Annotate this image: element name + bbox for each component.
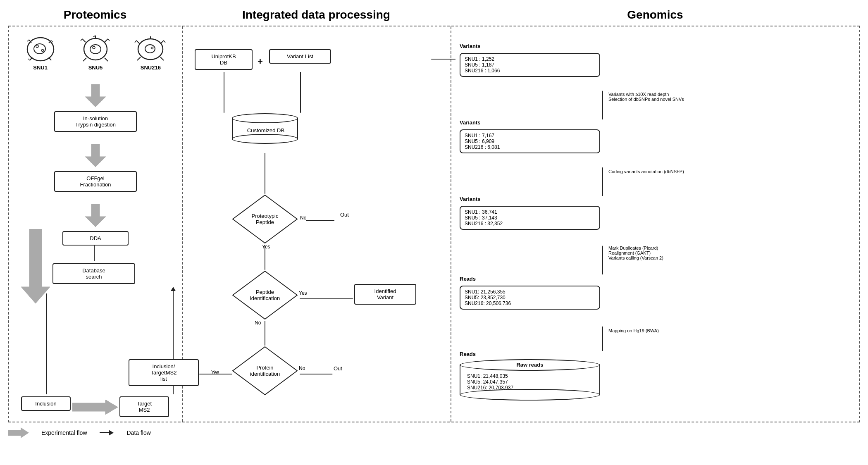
uniprotkb-box: UniprotKBDB xyxy=(195,49,253,70)
svg-marker-67 xyxy=(602,91,603,95)
svg-line-15 xyxy=(81,39,82,41)
thick-arrow-3-svg xyxy=(85,204,106,227)
svg-point-1 xyxy=(34,44,45,54)
genomics-section: Variants SNU1 : 1,252 SNU5 : 1,187 SNU21… xyxy=(451,26,859,422)
plus-sign: + xyxy=(258,56,263,67)
yes-label-1: Yes xyxy=(262,244,270,250)
svg-marker-33 xyxy=(85,144,106,167)
geno-box4-line1: SNU1: 21,256,355 xyxy=(465,289,595,295)
svg-marker-71 xyxy=(602,246,603,250)
up-arrow-3-svg xyxy=(602,246,603,274)
inclusion-to-target-arrow-svg xyxy=(72,400,118,415)
yes-arrow-1 xyxy=(265,246,265,272)
customdb-to-diamond1-arrow-svg xyxy=(265,153,265,194)
insolution-label: In-solutionTrypsin digestion xyxy=(75,115,116,128)
svg-marker-34 xyxy=(85,204,106,227)
svg-marker-36 xyxy=(94,257,95,261)
integrated-inner: UniprotKBDB + Variant List xyxy=(186,31,447,411)
integrated-title: Integrated data processing xyxy=(182,8,451,21)
svg-marker-73 xyxy=(602,326,603,331)
svg-line-26 xyxy=(135,41,136,43)
db-search-box: Databasesearch xyxy=(52,263,135,284)
annotation-3-line3: Variants calling (Varscan 2) xyxy=(608,255,663,260)
variant-list-box: Variant List xyxy=(269,49,331,64)
no-arrow-2-svg xyxy=(265,321,265,346)
annotation-3-line1: Mark Duplicates (Picard) xyxy=(608,246,663,250)
recirculate-arrow xyxy=(21,229,58,313)
thick-arrow-1-svg xyxy=(85,84,106,107)
svg-line-30 xyxy=(160,57,164,60)
annotation-1: Variants with ≥10X read depth Selection … xyxy=(608,92,684,102)
cylinder-bottom xyxy=(232,134,298,144)
geno-box1-line3: SNU216 : 1,066 xyxy=(465,68,595,74)
svg-point-13 xyxy=(93,46,95,49)
svg-line-20 xyxy=(83,58,86,61)
thick-arrow-2 xyxy=(85,144,106,168)
svg-marker-56 xyxy=(348,298,353,299)
dda-to-db-arrow-svg xyxy=(94,245,95,261)
svg-marker-58 xyxy=(265,341,265,346)
cell-snu1: SNU1 xyxy=(24,35,57,71)
variant-to-customdb-arrow-svg xyxy=(300,72,301,113)
out-label-3: Out xyxy=(334,365,342,372)
svg-marker-44 xyxy=(300,108,301,113)
experimental-flow-arrow xyxy=(8,427,29,438)
dda-label: DDA xyxy=(90,235,101,241)
variants-label-3: Variants xyxy=(460,196,481,202)
svg-marker-32 xyxy=(85,84,106,107)
no-label-1: No xyxy=(300,215,306,221)
yes-to-identified-arrow xyxy=(300,294,353,300)
no-to-out-arrow-1 xyxy=(306,216,339,222)
cell-icons-row: SNU1 xyxy=(13,35,178,71)
svg-marker-65 xyxy=(431,59,436,60)
offgel-box: OFFgelFractionation xyxy=(54,171,137,192)
cell-snu216-label: SNU216 xyxy=(134,64,167,71)
yes-to-identified-arrow-svg xyxy=(300,298,353,299)
svg-point-12 xyxy=(90,45,101,54)
svg-marker-40 xyxy=(171,287,176,291)
annotation-3-line2: Realignment (GAKT) xyxy=(608,250,663,255)
svg-line-21 xyxy=(105,58,108,61)
cell-snu5-svg xyxy=(79,35,112,64)
variants-label-2: Variants xyxy=(460,119,481,126)
recirculate-arrow-svg xyxy=(21,229,58,312)
geno-box1-line1: SNU1 : 1,252 xyxy=(465,56,595,62)
no-arrow-2 xyxy=(265,321,265,347)
inclusion-target-label: Inclusion/TargetMS2list xyxy=(151,363,177,382)
protein-id-label: Proteinidentification xyxy=(232,346,298,396)
svg-point-0 xyxy=(27,38,54,61)
db-search-label: Databasesearch xyxy=(82,267,105,280)
thick-arrow-2-svg xyxy=(85,144,106,167)
svg-line-9 xyxy=(28,59,30,60)
svg-point-11 xyxy=(84,38,107,60)
geno-box3-line1: SNU1 : 36,741 xyxy=(465,209,595,215)
up-arrow-3 xyxy=(602,246,603,276)
peptide-id-diamond-container: Peptideidentification xyxy=(232,270,298,320)
dda-to-db-arrow xyxy=(94,245,95,262)
svg-point-22 xyxy=(138,39,163,60)
svg-line-27 xyxy=(160,41,164,44)
identified-variant-label: IdentifiedVariant xyxy=(374,288,396,300)
uniprotkb-to-customdb-arrow xyxy=(224,72,224,114)
svg-point-2 xyxy=(36,45,38,48)
svg-point-23 xyxy=(145,45,155,53)
inclusion-to-target-arrow xyxy=(72,400,118,416)
svg-marker-42 xyxy=(46,293,47,297)
raw-reads-line1: SNU1: 21,448,035 xyxy=(467,373,593,379)
svg-line-29 xyxy=(137,57,141,60)
raw-reads-bottom xyxy=(460,389,600,401)
inclusion-box: Inclusion xyxy=(21,396,71,411)
cell-snu5: SNU5 xyxy=(79,35,112,71)
svg-line-16 xyxy=(105,39,108,42)
geno-box2-line3: SNU216 : 6,081 xyxy=(465,144,595,150)
arrow-to-integrated-svg xyxy=(431,59,455,60)
customized-db-label: Customized DB xyxy=(233,127,299,134)
genomics-box-4: SNU1: 21,256,355 SNU5: 23,852,730 SNU216… xyxy=(460,286,600,310)
reads-label-2: Reads xyxy=(460,351,476,357)
geno-box3-line3: SNU216 : 32,352 xyxy=(465,221,595,227)
svg-line-14 xyxy=(82,39,86,42)
variant-list-label: Variant List xyxy=(287,53,313,60)
uniprotkb-to-customdb-arrow-svg xyxy=(224,72,224,113)
yes-arrow-3 xyxy=(199,370,232,376)
proteotypic-diamond-container: ProteotypicPeptide xyxy=(232,194,298,244)
